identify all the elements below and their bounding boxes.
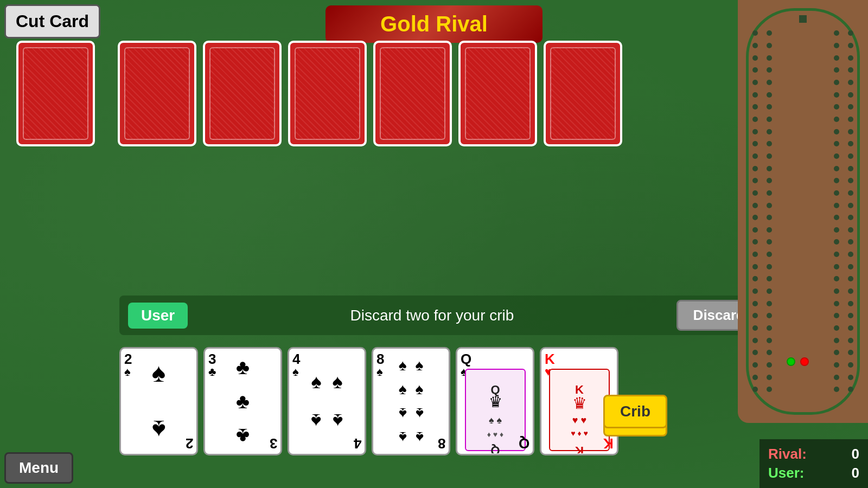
board-dot — [834, 375, 839, 380]
crib-area: Crib — [603, 395, 667, 428]
peg-red — [800, 357, 809, 366]
board-dot — [848, 178, 853, 183]
board-dot — [848, 239, 853, 245]
scoreboard: Rival: 0 User: 0 — [760, 439, 868, 488]
board-dot — [752, 104, 758, 110]
user-hand: 2 ♠ ♠ ♠ 2 3 ♣ ♣ ♣ ♣ 3 4 ♠ ♠♠ ♠♠ — [119, 347, 618, 455]
pips: ♠♠ ♠♠ ♠♠ ♠♠ — [379, 357, 444, 446]
board-dot — [767, 117, 772, 122]
board-dot — [848, 30, 853, 36]
board-dot — [834, 92, 839, 98]
board-dot — [767, 264, 772, 269]
board-dot — [767, 350, 772, 355]
board-dot — [767, 178, 772, 183]
board-dot — [752, 362, 758, 368]
board-dot — [848, 141, 853, 146]
board-dot — [752, 67, 758, 73]
user-score: 0 — [852, 465, 859, 481]
center-dot — [799, 15, 807, 23]
board-dot — [767, 325, 772, 331]
board-dot — [752, 264, 758, 269]
cut-card[interactable] — [16, 41, 95, 146]
board-dot — [767, 80, 772, 85]
board-dot — [767, 276, 772, 281]
board-dot — [752, 301, 758, 306]
board-dot — [752, 375, 758, 380]
board-dot — [834, 239, 839, 245]
board-dot — [848, 55, 853, 61]
rank-bottom: K — [603, 436, 614, 451]
board-dot — [848, 288, 853, 294]
board-dot — [752, 313, 758, 318]
rank-bottom: 8 — [438, 436, 445, 451]
board-dot — [834, 301, 839, 306]
board-dot — [767, 387, 772, 392]
board-dot — [834, 190, 839, 196]
pips: ♠♠ ♠♠ — [295, 370, 360, 432]
hand-card-2[interactable]: 3 ♣ ♣ ♣ ♣ 3 — [203, 347, 282, 455]
rank-bottom: 3 — [270, 436, 277, 451]
board-dot — [848, 375, 853, 380]
board-dot — [767, 67, 772, 73]
board-dot — [848, 117, 853, 122]
rank-bottom: 4 — [354, 436, 361, 451]
opponent-card-3 — [288, 41, 367, 146]
board-dot — [848, 153, 853, 159]
board-dot — [752, 55, 758, 61]
board-dot — [752, 350, 758, 355]
board-dot — [834, 350, 839, 355]
board-dot — [848, 92, 853, 98]
board-dot — [834, 276, 839, 281]
svg-text:♛: ♛ — [488, 394, 502, 410]
board-dot — [767, 43, 772, 48]
board-dot — [767, 141, 772, 146]
svg-text:♛: ♛ — [572, 394, 586, 412]
opponent-card-1 — [118, 41, 196, 146]
board-dot — [834, 67, 839, 73]
hand-card-1[interactable]: 2 ♠ ♠ ♠ 2 — [119, 347, 198, 455]
board-dot — [848, 325, 853, 331]
crib-label[interactable]: Crib — [603, 395, 667, 428]
svg-text:Q: Q — [490, 444, 500, 453]
board-dot — [767, 30, 772, 36]
board-dot — [752, 227, 758, 233]
hand-card-4[interactable]: 8 ♠ ♠♠ ♠♠ ♠♠ ♠♠ 8 — [372, 347, 450, 455]
board-dot — [767, 313, 772, 318]
user-score-row: User: 0 — [768, 465, 859, 481]
board-dot — [767, 375, 772, 380]
board-dot — [834, 227, 839, 233]
board-dot — [834, 203, 839, 208]
board-dot — [752, 117, 758, 122]
hand-card-3[interactable]: 4 ♠ ♠♠ ♠♠ 4 — [288, 347, 366, 455]
svg-text:♠ ♠: ♠ ♠ — [488, 415, 502, 426]
board-dot — [752, 141, 758, 146]
board-dot — [767, 288, 772, 294]
player-badge: User — [128, 303, 188, 329]
opponent-hand — [16, 41, 622, 146]
board-dot — [752, 190, 758, 196]
rank-top: Q — [461, 352, 471, 366]
rival-header: Gold Rival — [326, 5, 542, 43]
hand-card-5[interactable]: Q ♠ Q ♛ ♠ ♠ ♦ ♥ ♦ Q Q — [456, 347, 534, 455]
board-dot — [752, 239, 758, 245]
rank-bottom: 2 — [186, 436, 193, 451]
board-dot — [752, 203, 758, 208]
rival-label: Rival: — [768, 446, 807, 463]
menu-button[interactable]: Menu — [4, 452, 73, 484]
board-dot — [767, 92, 772, 98]
board-dot — [848, 43, 853, 48]
board-dot — [848, 203, 853, 208]
cut-card-button[interactable]: Cut Card — [4, 4, 100, 38]
board-dot — [767, 252, 772, 257]
board-dot — [848, 313, 853, 318]
board-dot — [834, 387, 839, 392]
board-dot — [834, 313, 839, 318]
board-dot — [834, 288, 839, 294]
board-dot — [834, 338, 839, 343]
board-dot — [848, 387, 853, 392]
board-dot — [752, 153, 758, 159]
peg-green — [787, 357, 795, 366]
board-dot — [834, 104, 839, 110]
board-dot — [752, 92, 758, 98]
board-dot — [848, 252, 853, 257]
